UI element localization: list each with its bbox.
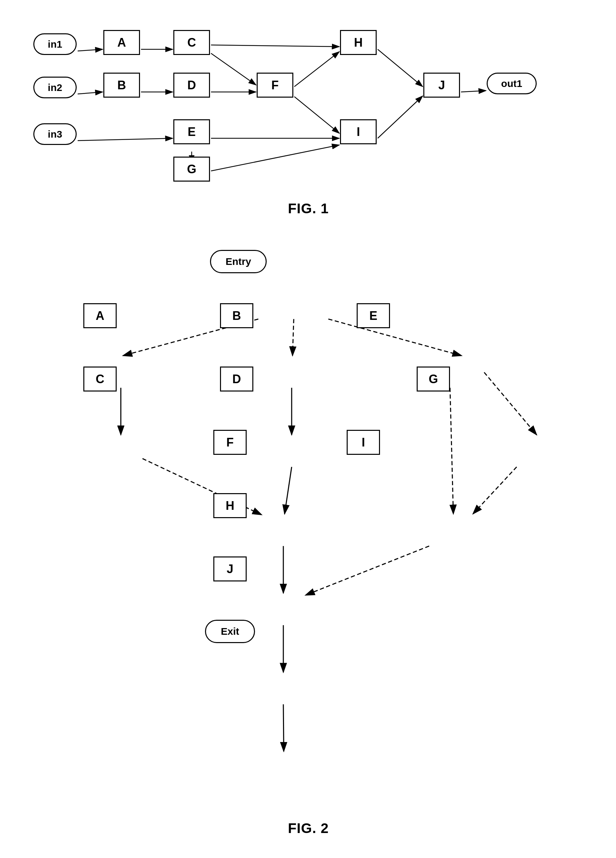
fig1-node-H: H [340, 30, 376, 55]
fig2-node-B: B [220, 303, 254, 328]
fig1-node-in1: in1 [33, 33, 77, 55]
fig2-node-D: D [220, 367, 254, 392]
svg-line-21 [328, 319, 462, 356]
fig2-node-G: G [417, 367, 450, 392]
fig1-node-I: I [340, 119, 376, 144]
svg-line-16 [461, 91, 486, 92]
fig2-node-J: J [213, 556, 247, 581]
svg-line-12 [294, 52, 339, 87]
page: in1 in2 in3 A B C D E G [0, 0, 616, 858]
fig2-node-A: A [83, 303, 117, 328]
fig2-diagram: Entry A B E C D G F I [17, 240, 600, 840]
fig1-node-B: B [103, 73, 140, 98]
svg-line-2 [78, 92, 103, 94]
svg-line-7 [211, 45, 339, 47]
fig2-arrows [17, 240, 600, 840]
svg-line-25 [285, 467, 292, 514]
fig1-node-E: E [173, 119, 210, 144]
svg-line-26 [450, 388, 453, 514]
fig1-node-D: D [173, 73, 210, 98]
svg-line-15 [378, 96, 423, 138]
fig2-node-F: F [213, 430, 247, 455]
svg-line-27 [484, 373, 537, 435]
fig1-node-G: G [173, 157, 210, 182]
fig1-node-C: C [173, 30, 210, 55]
svg-line-13 [294, 96, 339, 133]
fig1-diagram: in1 in2 in3 A B C D E G [17, 13, 600, 220]
fig1-title: FIG. 1 [288, 201, 329, 217]
svg-line-10 [211, 145, 339, 171]
fig1-node-in2: in2 [33, 77, 77, 98]
fig1-node-J: J [423, 73, 460, 98]
svg-line-28 [473, 467, 516, 514]
fig2-title: FIG. 2 [288, 820, 329, 836]
svg-line-32 [283, 704, 284, 751]
fig2-node-I: I [347, 430, 380, 455]
fig2-node-entry: Entry [210, 250, 267, 273]
svg-line-3 [78, 138, 173, 141]
fig1-node-A: A [103, 30, 140, 55]
fig1-node-in3: in3 [33, 123, 77, 145]
svg-line-1 [78, 49, 103, 51]
svg-line-29 [305, 546, 429, 595]
fig1-node-F: F [257, 73, 293, 98]
fig2-node-H: H [213, 493, 247, 518]
svg-line-14 [378, 49, 423, 87]
fig2-node-exit: Exit [205, 620, 255, 643]
fig2-node-C: C [83, 367, 117, 392]
svg-line-20 [292, 319, 294, 356]
fig2-node-E: E [357, 303, 390, 328]
fig1-node-out1: out1 [487, 73, 537, 94]
svg-line-6 [211, 53, 256, 85]
